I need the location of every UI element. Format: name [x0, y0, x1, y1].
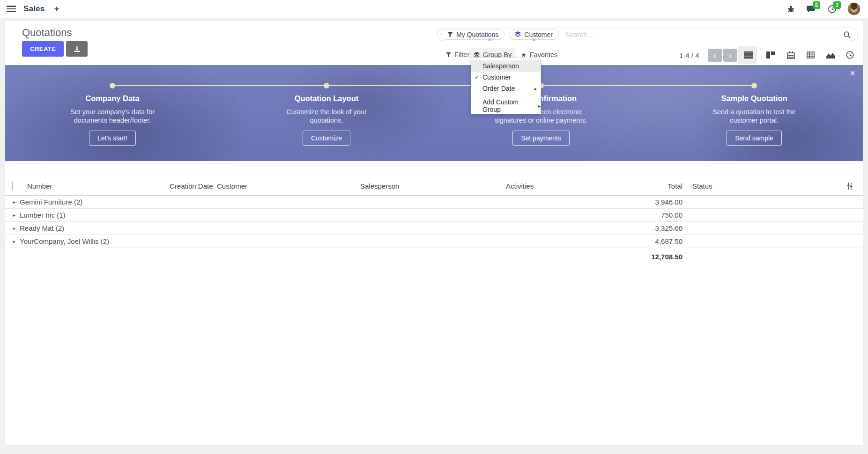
debug-bug-icon[interactable]	[786, 4, 796, 14]
grand-total-value: 12,708.50	[581, 253, 683, 261]
facet-remove-icon[interactable]: ×	[532, 37, 536, 43]
banner-close-icon[interactable]: ×	[850, 68, 855, 79]
new-tab-button[interactable]: +	[52, 4, 61, 14]
activity-view-icon[interactable]	[845, 51, 855, 59]
onboarding-timeline	[112, 85, 754, 86]
facet-remove-icon[interactable]: ×	[488, 37, 491, 43]
onboarding-step-quotation-layout: Quotation Layout Customize the look of y…	[256, 94, 397, 146]
group-total: 3,946.00	[581, 198, 683, 206]
send-sample-button[interactable]: Send sample	[727, 131, 782, 146]
group-row-yourcompany-joel-willis[interactable]: ▸ YourCompany, Joel Willis (2) 4,687.50	[5, 235, 863, 248]
pivot-view-icon[interactable]	[805, 51, 816, 59]
graph-view-icon[interactable]	[825, 51, 836, 59]
column-header-total[interactable]: Total	[581, 182, 683, 190]
onboarding-step-company-data: Company Data Set your company's data for…	[42, 94, 183, 146]
column-header-activities[interactable]: Activities	[506, 182, 581, 190]
group-by-dropdown: Salesperson ✓ Customer Order Date ▸ Add …	[471, 58, 541, 114]
menu-item-add-custom-group[interactable]: Add Custom Group ▸	[471, 100, 541, 111]
menu-item-order-date[interactable]: Order Date ▸	[471, 83, 541, 94]
group-total: 4,687.50	[581, 237, 683, 245]
group-row-lumber-inc[interactable]: ▸ Lumber Inc (1) 750.00	[5, 209, 863, 222]
select-all-checkbox[interactable]	[12, 182, 13, 190]
create-button[interactable]: CREATE	[22, 41, 64, 57]
pager-next-button[interactable]: ›	[723, 49, 737, 62]
filter-icon	[447, 32, 453, 37]
customize-button[interactable]: Customize	[303, 131, 350, 146]
submenu-caret-icon: ▸	[534, 86, 537, 91]
search-icon[interactable]	[843, 31, 851, 41]
layers-icon	[515, 31, 521, 37]
optional-columns-icon[interactable]	[836, 183, 863, 190]
layers-icon	[474, 52, 480, 58]
list-header-row: Number Creation Date Customer Salesperso…	[5, 177, 863, 196]
pager: 1-4 / 4	[679, 51, 699, 59]
facet-label: My Quotations	[456, 31, 498, 38]
grand-total-row: 12,708.50	[5, 248, 863, 265]
messages-icon[interactable]: 5	[806, 4, 816, 14]
calendar-view-icon[interactable]	[786, 51, 796, 59]
facet-label: Customer	[524, 31, 553, 38]
column-header-customer[interactable]: Customer	[217, 182, 360, 190]
timeline-dot	[110, 83, 115, 88]
export-button[interactable]	[66, 41, 88, 57]
download-icon	[74, 45, 81, 52]
timeline-dot	[751, 83, 757, 88]
expand-caret-icon[interactable]: ▸	[13, 239, 15, 244]
group-row-ready-mat[interactable]: ▸ Ready Mat (2) 3,325.00	[5, 222, 863, 235]
facet-my-quotations[interactable]: My Quotations	[441, 29, 504, 40]
menu-item-customer[interactable]: ✓ Customer	[471, 72, 541, 83]
group-row-gemini-furniture[interactable]: ▸ Gemini Furniture (2) 3,946.00	[5, 196, 863, 209]
expand-caret-icon[interactable]: ▸	[13, 199, 15, 205]
page-title: Quotations	[22, 27, 72, 39]
messages-badge: 5	[813, 1, 820, 9]
menu-separator	[471, 97, 541, 97]
column-header-creation-date[interactable]: Creation Date	[170, 182, 217, 190]
column-header-salesperson[interactable]: Salesperson	[360, 182, 506, 190]
kanban-view-icon[interactable]	[765, 51, 776, 59]
onboarding-step-sample-quotation: Sample Quotation Send a quotation to tes…	[684, 94, 824, 146]
timeline-dot	[324, 83, 329, 88]
activities-badge: 2	[833, 1, 841, 9]
search-input[interactable]: Search...	[565, 30, 593, 38]
user-avatar[interactable]	[847, 2, 861, 15]
search-bar[interactable]: My Quotations Customer Search...	[437, 28, 858, 41]
quotations-list: Number Creation Date Customer Salesperso…	[5, 177, 863, 265]
expand-caret-icon[interactable]: ▸	[13, 212, 15, 218]
group-total: 3,325.00	[581, 224, 683, 232]
list-view-icon[interactable]	[743, 51, 753, 59]
expand-caret-icon[interactable]: ▸	[13, 226, 15, 231]
top-navbar: Sales + 5 2	[0, 0, 868, 18]
filter-icon	[446, 52, 451, 58]
column-header-status[interactable]: Status	[683, 182, 734, 190]
filters-button[interactable]: Filters	[446, 48, 473, 61]
set-payments-button[interactable]: Set payments	[512, 131, 570, 146]
onboarding-banner: × Company Data Set your company's data f…	[5, 65, 863, 161]
group-total: 750.00	[581, 211, 683, 219]
column-header-number[interactable]: Number	[22, 182, 170, 190]
menu-item-salesperson[interactable]: Salesperson	[471, 60, 541, 72]
lets-start-button[interactable]: Let's start!	[89, 131, 136, 146]
check-icon: ✓	[475, 74, 479, 81]
app-name[interactable]: Sales	[23, 4, 45, 14]
apps-menu-icon[interactable]	[7, 6, 16, 12]
submenu-caret-icon: ▸	[538, 103, 541, 109]
activities-clock-icon[interactable]: 2	[827, 4, 837, 14]
pager-prev-button[interactable]: ‹	[708, 49, 722, 62]
